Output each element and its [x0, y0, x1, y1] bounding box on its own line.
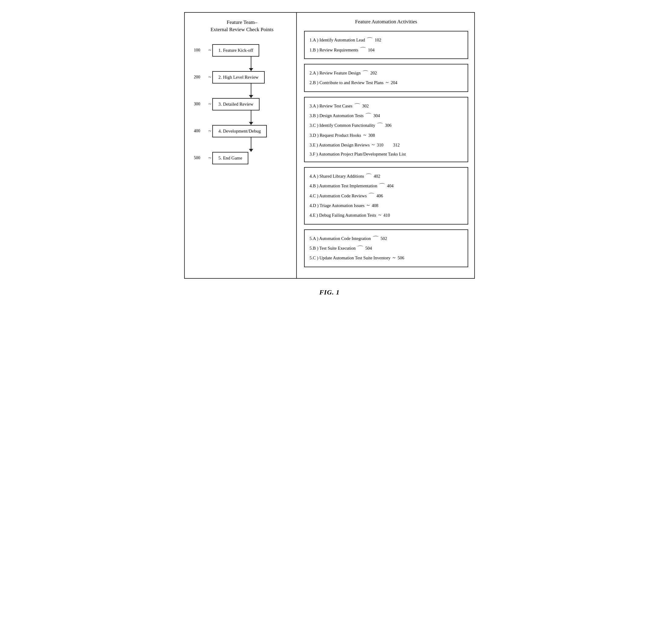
tilde-1a: ⌒	[367, 35, 373, 45]
activity-4c-text: 4.C ) Automation Code Reviews	[309, 192, 367, 200]
right-panel-title: Feature Automation Activities	[304, 19, 468, 25]
arrow-1-2	[212, 56, 290, 71]
checkpoints-list: 100 ~ 1. Feature Kick-off 200 ~ 2. High …	[194, 44, 290, 164]
tilde-3e: ~	[372, 140, 375, 150]
tilde-4b: ⌒	[378, 181, 386, 191]
activity-5a: 5.A ) Automation Code Integration ⌒ 502	[309, 234, 463, 243]
ref-406: 406	[376, 192, 383, 200]
activity-3a: 3.A ) Review Test Cases ⌒ 302	[309, 101, 463, 111]
tilde-2a: ⌒	[362, 68, 369, 78]
activity-group-1: 1.A ) Identify Automation Lead ⌒ 102 1.B…	[304, 31, 468, 59]
ref-308: 308	[368, 131, 375, 139]
activity-1a-text: 1.A ) Identify Automation Lead	[309, 36, 365, 44]
cp4-box: 4. Development/Debug	[212, 125, 267, 137]
ref-310: 310	[377, 141, 383, 149]
right-panel: Feature Automation Activities 1.A ) Iden…	[297, 13, 474, 278]
tilde-4a: ⌒	[365, 171, 372, 181]
tilde-5b: ⌒	[357, 243, 364, 253]
activity-3b: 3.B ) Design Automation Tests ⌒ 304	[309, 111, 463, 120]
activity-2a: 2.A ) Review Feature Design ⌒ 202	[309, 68, 463, 78]
ref-302: 302	[362, 102, 369, 110]
checkpoint-row-3: 300 ~ 3. Detailed Review	[194, 98, 290, 111]
activity-5c-text: 5.C ) Update Automation Test Suite Inven…	[309, 254, 390, 262]
activity-5c: 5.C ) Update Automation Test Suite Inven…	[309, 253, 463, 263]
cp3-label: 300	[194, 102, 206, 107]
cp3-tilde: ~	[208, 101, 211, 107]
tilde-4d: ~	[367, 201, 370, 210]
cp2-label: 200	[194, 75, 206, 79]
activity-2b: 2.B ) Contribute to and Review Test Plan…	[309, 78, 463, 88]
activity-5a-text: 5.A ) Automation Code Integration	[309, 234, 371, 243]
checkpoint-row-1: 100 ~ 1. Feature Kick-off	[194, 44, 290, 56]
ref-304: 304	[373, 112, 380, 119]
tilde-1b: ⌒	[359, 45, 367, 54]
tilde-5c: ~	[393, 253, 396, 263]
activity-4a-text: 4.A ) Shared Library Additions	[309, 172, 364, 180]
activity-group-3: 3.A ) Review Test Cases ⌒ 302 3.B ) Desi…	[304, 97, 468, 162]
activity-3e-text: 3.E ) Automation Design Reviews	[309, 141, 370, 149]
activity-3f: 3.F ) Automation Project Plan/Developmen…	[309, 150, 463, 158]
arrow-4-5	[212, 137, 290, 152]
activity-3f-text: 3.F ) Automation Project Plan/Developmen…	[309, 150, 406, 158]
figure-label: FIG. 1	[319, 289, 339, 296]
cp3-box: 3. Detailed Review	[212, 98, 259, 111]
checkpoint-row-5: 500 ~ 5. End Game	[194, 152, 290, 164]
activity-5b-text: 5.B ) Test Suite Execution	[309, 244, 355, 252]
ref-202: 202	[370, 69, 377, 77]
checkpoint-row-4: 400 ~ 4. Development/Debug	[194, 125, 290, 137]
ref-410: 410	[383, 211, 390, 219]
checkpoint-row-2: 200 ~ 2. High Level Review	[194, 71, 290, 84]
ref-506: 506	[398, 254, 404, 262]
activity-2b-text: 2.B ) Contribute to and Review Test Plan…	[309, 79, 383, 87]
ref-312-label: 312	[393, 141, 400, 149]
tilde-3b: ⌒	[365, 111, 372, 120]
ref-502: 502	[381, 234, 387, 243]
ref-104: 104	[368, 46, 375, 54]
activity-4a: 4.A ) Shared Library Additions ⌒ 402	[309, 171, 463, 181]
activity-3b-text: 3.B ) Design Automation Tests	[309, 112, 364, 119]
tilde-4c: ⌒	[368, 191, 375, 200]
cp5-tilde: ~	[208, 155, 211, 161]
left-panel-title: Feature Team–External Review Check Point…	[194, 19, 290, 33]
ref-204: 204	[391, 79, 397, 87]
cp1-tilde: ~	[208, 47, 211, 53]
tilde-5a: ⌒	[372, 234, 379, 243]
cp5-label: 500	[194, 156, 206, 160]
activity-2a-text: 2.A ) Review Feature Design	[309, 69, 361, 77]
left-panel: Feature Team–External Review Check Point…	[185, 13, 297, 278]
tilde-3d: ~	[363, 131, 366, 140]
activity-1a: 1.A ) Identify Automation Lead ⌒ 102	[309, 35, 463, 45]
ref-102: 102	[375, 36, 381, 44]
activity-4b: 4.B ) Automation Test Implementation ⌒ 4…	[309, 181, 463, 191]
activity-3c-text: 3.C ) Identify Common Functionality	[309, 121, 375, 129]
ref-306: 306	[385, 121, 392, 129]
activity-3d-text: 3.D ) Request Product Hooks	[309, 131, 361, 139]
ref-408: 408	[372, 202, 378, 209]
tilde-2b: ~	[386, 78, 389, 88]
activity-1b: 1.B ) Review Requirements ⌒ 104	[309, 45, 463, 54]
tilde-3c: ⌒	[376, 120, 383, 130]
cp1-box: 1. Feature Kick-off	[212, 44, 259, 56]
activity-3c: 3.C ) Identify Common Functionality ⌒ 30…	[309, 120, 463, 130]
activity-5b: 5.B ) Test Suite Execution ⌒ 504	[309, 243, 463, 253]
ref-504: 504	[365, 244, 372, 252]
cp4-label: 400	[194, 129, 206, 134]
activity-group-4: 4.A ) Shared Library Additions ⌒ 402 4.B…	[304, 167, 468, 225]
activity-4e-text: 4.E ) Debug Failing Automation Tests	[309, 211, 376, 219]
diagram: Feature Team–External Review Check Point…	[184, 12, 475, 279]
activity-4e: 4.E ) Debug Failing Automation Tests ~ 4…	[309, 210, 463, 220]
activity-3e: 3.E ) Automation Design Reviews ~ 310 31…	[309, 140, 463, 150]
cp4-tilde: ~	[208, 128, 211, 134]
activity-4c: 4.C ) Automation Code Reviews ⌒ 406	[309, 191, 463, 200]
cp1-label: 100	[194, 48, 206, 53]
activity-3d: 3.D ) Request Product Hooks ~ 308	[309, 131, 463, 140]
activity-4d-text: 4.D ) Triage Automation Issues	[309, 202, 365, 209]
activity-4b-text: 4.B ) Automation Test Implementation	[309, 182, 377, 190]
cp2-box: 2. High Level Review	[212, 71, 264, 84]
activity-group-5: 5.A ) Automation Code Integration ⌒ 502 …	[304, 229, 468, 267]
tilde-3a: ⌒	[354, 101, 361, 111]
activity-3a-text: 3.A ) Review Test Cases	[309, 102, 353, 110]
ref-404: 404	[387, 182, 394, 190]
activity-4d: 4.D ) Triage Automation Issues ~ 408	[309, 201, 463, 210]
cp2-tilde: ~	[208, 74, 211, 80]
